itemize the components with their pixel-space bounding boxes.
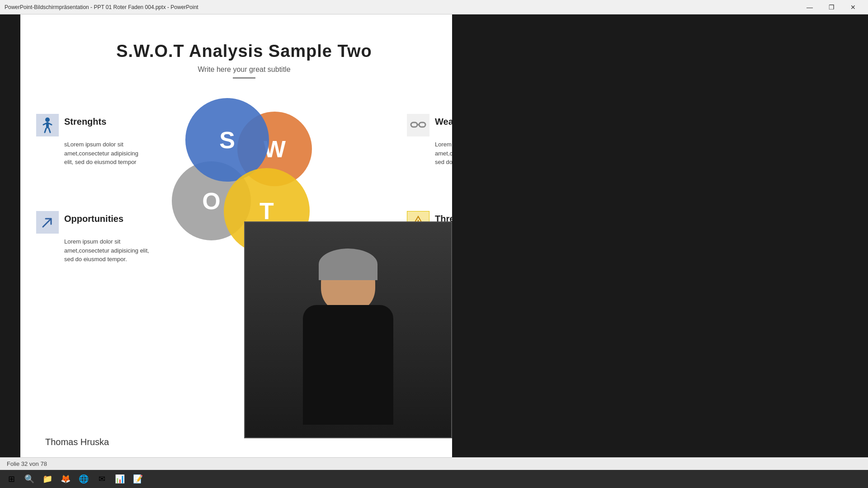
bottom-status: Folie 32 von 78 <box>0 457 868 470</box>
left-panel <box>0 14 20 463</box>
svg-line-9 <box>43 219 51 227</box>
opportunities-icon <box>36 211 59 234</box>
opportunities-text: Lorem ipsum dolor sit amet,consectetur a… <box>64 237 154 264</box>
close-button[interactable]: ✕ <box>843 0 863 14</box>
opportunities-section: Opportunities Lorem ipsum dolor sit amet… <box>36 211 154 264</box>
window-controls: — ❐ ✕ <box>799 0 863 14</box>
opportunities-title: Opportunities <box>64 211 123 224</box>
svg-line-2 <box>43 123 46 125</box>
weakness-icon <box>407 114 429 136</box>
svg-rect-7 <box>419 122 425 127</box>
svg-line-3 <box>49 123 52 125</box>
ppt-taskbar-icon[interactable]: 📊 <box>112 471 128 487</box>
slide-subtitle: Write here your great subtitle <box>20 66 468 74</box>
person-hair <box>319 249 377 280</box>
title-bar-text: PowerPoint-Bildschirmpräsentation - PPT … <box>5 4 198 10</box>
firefox-taskbar-icon[interactable]: 🦊 <box>57 471 74 487</box>
slide-title: S.W.O.T Analysis Sample Two <box>20 14 468 61</box>
svg-line-4 <box>45 128 46 132</box>
start-icon[interactable]: ⊞ <box>3 471 19 487</box>
svg-line-5 <box>49 128 50 132</box>
person-body <box>303 305 393 425</box>
restore-button[interactable]: ❐ <box>821 0 842 14</box>
strengths-section: Strenghts sLorem ipsum dolor sit amet,co… <box>36 114 145 167</box>
title-bar: PowerPoint-Bildschirmpräsentation - PPT … <box>0 0 868 14</box>
right-panel <box>452 14 868 463</box>
strengths-icon <box>36 114 59 136</box>
opportunities-header: Opportunities <box>36 211 154 234</box>
onenote-taskbar-icon[interactable]: 📝 <box>130 471 146 487</box>
footer-name: Thomas Hruska <box>45 437 109 447</box>
svg-rect-6 <box>411 122 417 127</box>
svg-point-0 <box>45 117 50 122</box>
webcam-person <box>245 222 451 437</box>
files-taskbar-icon[interactable]: 📁 <box>39 471 56 487</box>
taskbar: ⊞ 🔍 📁 🦊 🌐 ✉ 📊 📝 <box>0 470 868 488</box>
chrome-taskbar-icon[interactable]: 🌐 <box>75 471 92 487</box>
strengths-text: sLorem ipsum dolor sit amet,consectetur … <box>64 140 145 167</box>
minimize-button[interactable]: — <box>799 0 820 14</box>
search-taskbar-icon[interactable]: 🔍 <box>21 471 38 487</box>
strengths-header: Strenghts <box>36 114 145 136</box>
subtitle-divider <box>233 77 255 79</box>
strengths-title: Strenghts <box>64 114 106 127</box>
webcam-overlay <box>244 221 452 438</box>
mail-taskbar-icon[interactable]: ✉ <box>94 471 110 487</box>
slide-number: Folie 32 von 78 <box>7 460 47 467</box>
